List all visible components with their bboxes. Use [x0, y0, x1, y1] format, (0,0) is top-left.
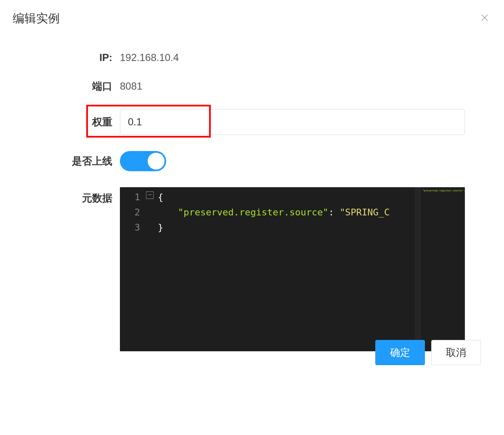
weight-input[interactable] — [120, 109, 465, 135]
toggle-handle — [148, 153, 164, 170]
editor-scrollbar[interactable] — [415, 187, 421, 351]
weight-row: 权重 — [13, 109, 491, 135]
code-brace-close: } — [158, 222, 163, 233]
online-toggle[interactable] — [120, 151, 166, 171]
editor-gutter: 1 2 3 — [120, 187, 145, 351]
dialog-title: 编辑实例 — [13, 11, 60, 27]
dialog-header: 编辑实例 — [13, 11, 491, 27]
port-label: 端口 — [13, 80, 120, 93]
online-row: 是否上线 — [13, 151, 491, 171]
code-colon: : — [329, 207, 340, 218]
editor-minimap[interactable]: "preserved.register.source": "SPRING… — [421, 187, 465, 351]
fold-icon[interactable]: − — [146, 191, 154, 199]
line-number: 2 — [120, 205, 145, 220]
cancel-button[interactable]: 取消 — [431, 340, 481, 365]
metadata-editor[interactable]: 1 2 3 − { "preserved.register.source": "… — [120, 187, 465, 351]
code-key: "preserved.register.source" — [178, 207, 329, 218]
edit-instance-dialog: 编辑实例 IP: 192.168.10.4 端口 8081 权重 是否上线 元数… — [0, 0, 504, 378]
line-number: 3 — [120, 220, 145, 235]
metadata-label: 元数据 — [13, 187, 120, 205]
code-brace-open: { — [158, 192, 163, 202]
ip-label: IP: — [13, 52, 120, 64]
port-value: 8081 — [120, 80, 142, 92]
ok-button[interactable]: 确定 — [375, 340, 425, 365]
metadata-row: 元数据 1 2 3 − { "preserved.register.source… — [13, 187, 491, 351]
ip-value: 192.168.10.4 — [120, 52, 179, 64]
dialog-footer: 确定 取消 — [375, 340, 481, 365]
ip-row: IP: 192.168.10.4 — [13, 52, 491, 64]
code-value: "SPRING_C — [340, 207, 390, 218]
minimap-preview: "preserved.register.source": "SPRING… — [422, 189, 465, 192]
online-label: 是否上线 — [13, 154, 120, 168]
close-icon[interactable] — [478, 11, 491, 27]
line-number: 1 — [120, 190, 145, 205]
weight-label: 权重 — [13, 115, 120, 129]
port-row: 端口 8081 — [13, 80, 491, 93]
